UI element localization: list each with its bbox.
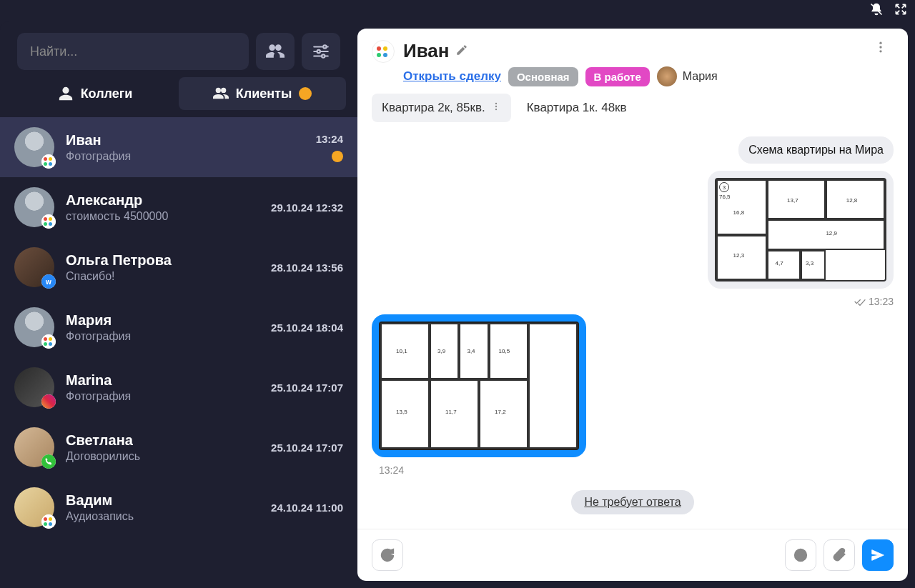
assignee[interactable]: Мария — [657, 66, 718, 86]
chat-header: Иван Открыть сделку Основная В работе Ма… — [357, 29, 908, 94]
contact-time: 25.10.24 18:04 — [271, 322, 343, 334]
status-chip[interactable]: Не требует ответа — [571, 490, 693, 514]
templates-button[interactable] — [372, 539, 403, 571]
expand-icon[interactable] — [894, 2, 908, 19]
user-icon — [58, 86, 74, 101]
message-timestamp: 13:24 — [379, 464, 404, 476]
deal-pill-main[interactable]: Основная — [508, 67, 578, 86]
people-icon — [266, 42, 285, 61]
svg-point-7 — [798, 553, 799, 554]
svg-point-1 — [879, 46, 881, 48]
avatar — [14, 307, 54, 347]
contact-item[interactable]: МарияФотография 25.10.24 18:04 — [0, 297, 357, 357]
composer — [357, 529, 908, 581]
contact-item[interactable]: Иван Фотография 13:24 — [0, 117, 357, 177]
contact-name: Александр — [66, 192, 259, 209]
read-icon — [854, 297, 866, 306]
contact-name: Marina — [66, 372, 259, 389]
channel-badge-multi — [41, 514, 56, 529]
sidebar: Коллеги Клиенты Иван Фотография — [0, 21, 357, 588]
contact-name: Мария — [66, 312, 259, 329]
mute-icon[interactable] — [869, 2, 884, 19]
deal-pill-status[interactable]: В работе — [585, 67, 650, 86]
message-in-text[interactable]: Схема квартиры на Мира — [738, 136, 894, 164]
contact-item[interactable]: Александрстоимость 4500000 29.10.24 12:3… — [0, 177, 357, 237]
avatar — [14, 127, 54, 167]
search-row — [0, 21, 357, 77]
svg-point-6 — [795, 549, 807, 562]
message-out-image[interactable]: 10,1 3,9 3,4 10,5 13,5 11,7 17,2 — [372, 314, 586, 457]
tab-colleagues-label: Коллеги — [81, 86, 133, 101]
contact-preview: Фотография — [66, 330, 259, 343]
contact-preview: Фотография — [66, 150, 305, 163]
unread-dot — [332, 151, 343, 162]
deal-tab[interactable]: Квартира 2к, 85кв. — [372, 94, 511, 122]
attach-button[interactable] — [824, 539, 855, 571]
avatar — [14, 367, 54, 407]
channel-badge-multi — [41, 154, 56, 169]
people-button[interactable] — [256, 33, 295, 70]
assignee-name: Мария — [683, 70, 718, 83]
chat-menu-button[interactable] — [868, 40, 894, 54]
contact-time: 24.10.24 11:00 — [271, 502, 343, 514]
contact-time: 28.10.24 13:56 — [271, 261, 343, 274]
deal-tab[interactable]: Квартира 1к. 48кв — [517, 94, 637, 122]
open-deal-link[interactable]: Открыть сделку — [403, 69, 501, 84]
contact-time: 25.10.24 17:07 — [271, 382, 343, 394]
svg-point-4 — [495, 106, 496, 107]
sliders-icon — [312, 42, 330, 61]
contact-preview: Аудиозапись — [66, 510, 259, 523]
message-in-image[interactable]: 3 76,5 16,8 13,7 12,8 12,3 4,7 3,3 12,9 — [708, 171, 894, 289]
contact-meta: 13:24 — [316, 133, 343, 162]
contact-body: Иван Фотография — [66, 132, 305, 163]
contact-name: Вадим — [66, 492, 259, 509]
message-timestamp: 13:23 — [854, 296, 894, 307]
contact-preview: стоимость 4500000 — [66, 210, 259, 223]
search-input[interactable] — [17, 33, 249, 70]
svg-point-8 — [802, 553, 803, 554]
main: Коллеги Клиенты Иван Фотография — [0, 21, 915, 588]
filter-button[interactable] — [302, 33, 340, 70]
avatar — [14, 427, 54, 467]
avatar: w — [14, 247, 54, 287]
contact-item[interactable]: w Ольга ПетроваСпасибо! 28.10.24 13:56 — [0, 237, 357, 297]
channel-badge-multi — [41, 214, 56, 229]
channel-badge-phone — [41, 454, 56, 469]
contact-item[interactable]: MarinaФотография 25.10.24 17:07 — [0, 357, 357, 417]
titlebar — [0, 0, 915, 21]
contact-name: Светлана — [66, 432, 259, 449]
contact-time: 29.10.24 12:32 — [271, 201, 343, 214]
assignee-avatar — [657, 66, 677, 86]
contact-time: 13:24 — [316, 133, 343, 145]
contact-name: Ольга Петрова — [66, 252, 259, 269]
app-root: Коллеги Клиенты Иван Фотография — [0, 0, 915, 588]
deal-tab-label: Квартира 1к. 48кв — [527, 101, 627, 115]
users-icon — [213, 86, 229, 101]
contact-preview: Фотография — [66, 390, 259, 403]
contact-item[interactable]: ВадимАудиозапись 24.10.24 11:00 — [0, 477, 357, 537]
tab-colleagues[interactable]: Коллеги — [11, 77, 179, 110]
deal-tabs: Квартира 2к, 85кв. Квартира 1к. 48кв — [357, 94, 908, 129]
tab-clients[interactable]: Клиенты — [179, 77, 346, 110]
avatar — [14, 487, 54, 527]
floorplan-image: 10,1 3,9 3,4 10,5 13,5 11,7 17,2 — [379, 322, 579, 450]
emoji-button[interactable] — [785, 539, 816, 571]
deal-tab-menu-icon[interactable] — [491, 101, 501, 115]
message-text: Схема квартиры на Мира — [748, 144, 884, 156]
messages[interactable]: Схема квартиры на Мира 3 76,5 16,8 — [357, 129, 908, 529]
channel-badge-instagram — [41, 394, 56, 409]
notification-badge — [299, 87, 312, 100]
contact-list[interactable]: Иван Фотография 13:24 Александрстоимость… — [0, 117, 357, 588]
channel-badge-multi — [41, 334, 56, 349]
send-button[interactable] — [862, 539, 894, 571]
edit-icon[interactable] — [455, 44, 468, 59]
sidebar-tabs: Коллеги Клиенты — [0, 77, 357, 117]
svg-point-3 — [495, 103, 496, 104]
deal-tab-label: Квартира 2к, 85кв. — [382, 101, 485, 115]
contact-preview: Спасибо! — [66, 270, 259, 283]
channel-logo — [372, 40, 395, 63]
contact-item[interactable]: СветланаДоговорились 25.10.24 17:07 — [0, 417, 357, 477]
contact-preview: Договорились — [66, 450, 259, 463]
contact-time: 25.10.24 17:07 — [271, 442, 343, 454]
avatar — [14, 187, 54, 227]
